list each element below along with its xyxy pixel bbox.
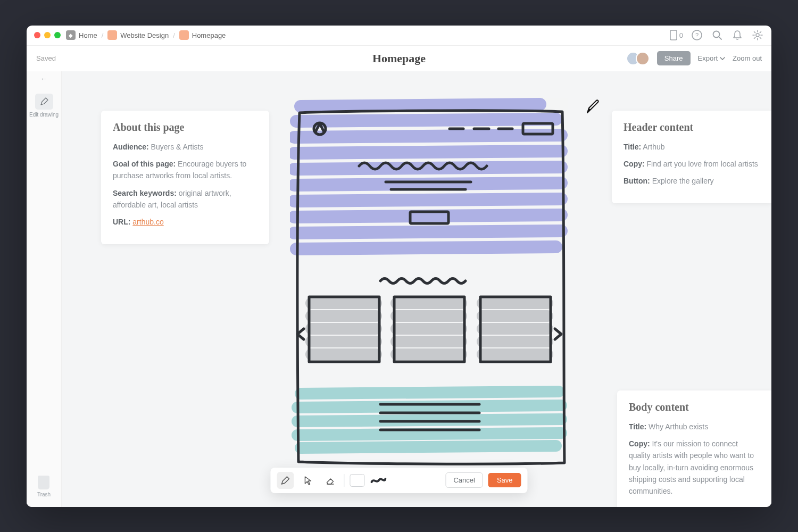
about-audience: Audience: Buyers & Artists bbox=[113, 141, 257, 153]
svg-line-8 bbox=[294, 135, 561, 137]
canvas-workspace[interactable]: ← Edit drawing Trash About this page Aud… bbox=[27, 71, 771, 507]
pencil-icon bbox=[35, 94, 53, 110]
header-card-copy: Copy: Find art you love from local artis… bbox=[624, 158, 760, 170]
svg-line-11 bbox=[294, 183, 561, 185]
svg-line-13 bbox=[294, 215, 561, 217]
window-close-icon[interactable] bbox=[34, 32, 40, 38]
page-title: Homepage bbox=[372, 52, 426, 65]
svg-line-14 bbox=[294, 231, 561, 233]
share-button[interactable]: Share bbox=[657, 51, 691, 65]
svg-rect-0 bbox=[670, 30, 677, 40]
svg-text:?: ? bbox=[695, 32, 699, 38]
project-icon bbox=[107, 30, 117, 40]
bell-icon[interactable] bbox=[731, 29, 744, 41]
stroke-style-picker[interactable] bbox=[370, 474, 387, 487]
zoom-out-button[interactable]: Zoom out bbox=[733, 54, 762, 62]
gear-icon[interactable] bbox=[751, 29, 764, 41]
export-button[interactable]: Export bbox=[698, 54, 726, 62]
body-card-copy: Copy: It's our mission to connect qualit… bbox=[629, 438, 760, 497]
help-icon[interactable]: ? bbox=[691, 29, 703, 41]
left-rail: ← Edit drawing Trash bbox=[27, 71, 62, 507]
svg-line-19 bbox=[297, 433, 561, 435]
breadcrumb-sep: / bbox=[173, 31, 175, 39]
breadcrumb-page[interactable]: Homepage bbox=[179, 30, 226, 40]
edit-drawing-button[interactable]: Edit drawing bbox=[29, 94, 59, 118]
collaborator-avatars[interactable] bbox=[626, 52, 650, 65]
breadcrumb-page-label: Homepage bbox=[192, 31, 226, 39]
device-indicator[interactable]: 0 bbox=[669, 29, 683, 41]
breadcrumb: ◆ Home / Website Design / Homepage bbox=[66, 30, 226, 40]
workspace-icon: ◆ bbox=[66, 30, 76, 40]
svg-line-15 bbox=[296, 247, 556, 249]
svg-line-17 bbox=[297, 405, 561, 408]
header-card-button: Button: Explore the gallery bbox=[624, 175, 760, 187]
about-card[interactable]: About this page Audience: Buyers & Artis… bbox=[101, 111, 269, 244]
collapse-rail-icon[interactable]: ← bbox=[40, 74, 48, 83]
body-content-card[interactable]: Body content Title: Why Arthub exists Co… bbox=[617, 390, 771, 507]
avatar bbox=[636, 52, 650, 65]
subheader: Saved Homepage Share Export Zoom out bbox=[27, 46, 771, 71]
svg-line-4 bbox=[719, 37, 721, 39]
svg-line-7 bbox=[296, 119, 556, 121]
breadcrumb-home-label: Home bbox=[79, 31, 97, 39]
svg-line-20 bbox=[301, 446, 556, 448]
header-content-card[interactable]: Header content Title: Arthub Copy: Find … bbox=[612, 111, 771, 203]
color-swatch[interactable] bbox=[350, 474, 364, 487]
device-count-value: 0 bbox=[679, 31, 683, 39]
eraser-tool[interactable] bbox=[321, 472, 338, 489]
about-url: URL: arthub.co bbox=[113, 216, 257, 228]
window-traffic-lights bbox=[34, 32, 61, 38]
about-url-link[interactable]: arthub.co bbox=[132, 218, 163, 226]
window-maximize-icon[interactable] bbox=[54, 32, 61, 38]
svg-line-10 bbox=[294, 167, 561, 169]
breadcrumb-sep: / bbox=[102, 31, 104, 39]
search-icon[interactable] bbox=[711, 29, 724, 41]
cancel-button[interactable]: Cancel bbox=[445, 472, 483, 488]
device-icon bbox=[669, 29, 678, 41]
body-card-heading: Body content bbox=[629, 401, 760, 413]
pencil-tool[interactable] bbox=[277, 472, 294, 489]
edit-drawing-label: Edit drawing bbox=[29, 112, 59, 118]
svg-line-16 bbox=[301, 392, 559, 394]
trash-button[interactable]: Trash bbox=[37, 476, 51, 497]
svg-point-5 bbox=[756, 34, 759, 37]
about-heading: About this page bbox=[113, 121, 257, 134]
svg-line-12 bbox=[294, 199, 561, 201]
pointer-tool[interactable] bbox=[299, 472, 316, 489]
header-card-heading: Header content bbox=[624, 121, 760, 134]
svg-line-6 bbox=[301, 104, 540, 106]
trash-icon bbox=[38, 476, 49, 489]
save-button[interactable]: Save bbox=[488, 473, 521, 487]
about-keywords: Search keywords: original artwork, affor… bbox=[113, 187, 257, 211]
page-icon bbox=[179, 30, 189, 40]
export-label: Export bbox=[698, 54, 718, 62]
wireframe-sketch[interactable] bbox=[290, 97, 571, 469]
body-card-title: Title: Why Arthub exists bbox=[629, 421, 760, 433]
toolbar-divider bbox=[344, 474, 344, 487]
svg-line-9 bbox=[294, 151, 561, 153]
app-window: ◆ Home / Website Design / Homepage 0 ? bbox=[27, 26, 771, 507]
breadcrumb-home[interactable]: ◆ Home bbox=[66, 30, 97, 40]
drawing-toolbar: Cancel Save bbox=[270, 468, 527, 493]
subheader-right: Share Export Zoom out bbox=[626, 51, 762, 65]
window-minimize-icon[interactable] bbox=[44, 32, 51, 38]
trash-label: Trash bbox=[37, 492, 51, 497]
breadcrumb-project-label: Website Design bbox=[120, 31, 169, 39]
header-card-title: Title: Arthub bbox=[624, 141, 760, 153]
titlebar-right: 0 ? bbox=[669, 29, 764, 41]
titlebar: ◆ Home / Website Design / Homepage 0 ? bbox=[27, 26, 771, 46]
pencil-cursor-icon bbox=[585, 99, 601, 115]
about-goal: Goal of this page: Encourage buyers to p… bbox=[113, 158, 257, 182]
breadcrumb-project[interactable]: Website Design bbox=[107, 30, 169, 40]
chevron-down-icon bbox=[720, 57, 725, 60]
save-status: Saved bbox=[36, 54, 56, 62]
